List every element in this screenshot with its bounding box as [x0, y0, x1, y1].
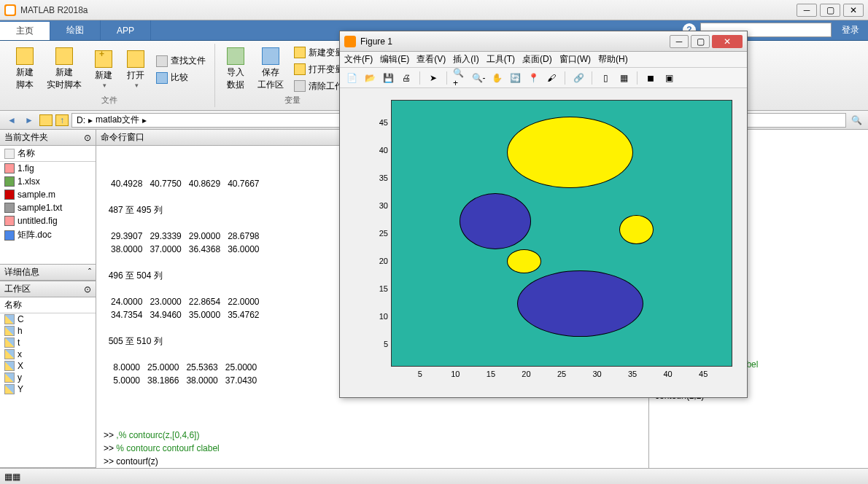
workspace-var[interactable]: t	[0, 337, 96, 348]
brush-icon[interactable]: 🖌	[544, 71, 559, 85]
var-name: Y	[18, 384, 23, 394]
figure-menu-item[interactable]: 插入(I)	[453, 53, 478, 66]
new-button[interactable]: +新建	[89, 47, 118, 92]
save-figure-icon[interactable]: 💾	[381, 71, 395, 85]
print-icon[interactable]: 🖨	[399, 71, 414, 85]
file-type-icon	[4, 203, 15, 213]
tab-app[interactable]: APP	[101, 20, 151, 40]
figure-menu-item[interactable]: 工具(T)	[487, 53, 515, 66]
open-var-icon	[294, 63, 306, 75]
ws-name-column[interactable]: 名称	[4, 300, 22, 310]
clear-ws-icon	[294, 80, 306, 92]
status-ready-icon: ▦▦	[4, 472, 20, 482]
data-cursor-icon[interactable]: 📍	[526, 71, 540, 85]
save-workspace-button[interactable]: 保存 工作区	[253, 44, 288, 94]
new-script-button[interactable]: 新建 脚本	[10, 44, 39, 94]
figure-close-button[interactable]: ✕	[712, 35, 743, 48]
new-live-script-button[interactable]: 新建 实时脚本	[42, 44, 86, 94]
panel-collapse-icon[interactable]: ⊙	[84, 284, 91, 294]
var-name: h	[18, 326, 23, 336]
new-live-icon	[55, 47, 73, 65]
zoom-in-icon[interactable]: 🔍+	[453, 71, 468, 85]
compare-button[interactable]: 比较	[153, 70, 209, 85]
var-name: y	[18, 372, 22, 383]
open-figure-icon[interactable]: 📂	[363, 71, 377, 85]
y-tick-label: 20	[379, 257, 388, 265]
y-tick-label: 30	[379, 201, 388, 210]
show-tools-icon[interactable]: ▣	[662, 71, 676, 85]
x-tick-label: 40	[664, 370, 673, 378]
tab-plot[interactable]: 绘图	[50, 20, 101, 40]
panel-expand-icon[interactable]: ˆ	[88, 268, 91, 278]
hide-tools-icon[interactable]: ◼	[643, 71, 658, 85]
figure-menu-item[interactable]: 桌面(D)	[522, 53, 552, 66]
new-var-icon	[294, 47, 306, 58]
panel-collapse-icon[interactable]: ⊙	[84, 133, 91, 143]
x-tick-label: 20	[522, 370, 530, 378]
pointer-icon[interactable]: ➤	[426, 71, 441, 85]
tab-home[interactable]: 主页	[0, 20, 50, 40]
workspace-var[interactable]: h	[0, 325, 96, 337]
file-item[interactable]: 矩阵.doc	[0, 227, 96, 243]
figure-menu-item[interactable]: 窗口(W)	[559, 53, 591, 66]
login-link[interactable]: 登录	[836, 24, 865, 36]
var-icon	[4, 314, 15, 324]
workspace-var[interactable]: Y	[0, 383, 96, 395]
save-ws-icon	[262, 47, 279, 65]
current-folder-header[interactable]: 当前文件夹 ⊙	[0, 130, 96, 146]
var-icon	[4, 337, 15, 348]
var-name: t	[18, 337, 20, 348]
x-tick-label: 25	[557, 370, 566, 378]
figure-toolbar: 📄 📂 💾 🖨 ➤ 🔍+ 🔍- ✋ 🔄 📍 🖌 🔗 ▯ ▦ ◼ ▣	[340, 68, 747, 88]
y-tick-label: 45	[379, 118, 388, 127]
workspace-var[interactable]: C	[0, 313, 96, 325]
folder-nav-icon[interactable]	[39, 114, 53, 126]
rotate-icon[interactable]: 🔄	[508, 71, 522, 85]
workspace-var[interactable]: x	[0, 348, 96, 360]
figure-menu-item[interactable]: 编辑(E)	[380, 53, 409, 66]
figure-maximize-button[interactable]: ▢	[691, 35, 710, 48]
workspace-var[interactable]: X	[0, 360, 96, 372]
maximize-button[interactable]: ▢	[820, 4, 840, 17]
import-data-button[interactable]: 导入 数据	[221, 44, 250, 94]
legend-icon[interactable]: ▦	[616, 71, 631, 85]
app-title: MATLAB R2018a	[20, 5, 797, 15]
file-item[interactable]: 1.xlsx	[0, 175, 96, 188]
path-drive: D:	[77, 115, 85, 125]
var-name: X	[18, 361, 23, 371]
file-item[interactable]: untitled.fig	[0, 214, 96, 227]
find-files-button[interactable]: 查找文件	[153, 53, 209, 69]
figure-canvas: 5101520253035404551015202530354045	[340, 88, 747, 397]
name-column[interactable]: 名称	[18, 147, 35, 160]
pan-icon[interactable]: ✋	[489, 71, 504, 85]
up-button[interactable]: ↑	[55, 114, 69, 126]
y-tick-label: 10	[379, 312, 388, 321]
figure-menu-item[interactable]: 查看(V)	[416, 53, 446, 66]
file-item[interactable]: sample1.txt	[0, 201, 96, 214]
figure-window[interactable]: Figure 1 ─ ▢ ✕ 文件(F)编辑(E)查看(V)插入(I)工具(T)…	[339, 31, 748, 398]
minimize-button[interactable]: ─	[797, 4, 817, 17]
new-script-icon	[16, 47, 34, 65]
file-name: sample.m	[18, 190, 55, 200]
file-name: untitled.fig	[18, 216, 58, 226]
back-button[interactable]: ◄	[4, 113, 19, 128]
details-header[interactable]: 详细信息 ˆ	[0, 265, 96, 281]
file-item[interactable]: sample.m	[0, 188, 96, 201]
link-icon[interactable]: 🔗	[571, 71, 586, 85]
colorbar-icon[interactable]: ▯	[598, 71, 613, 85]
file-item[interactable]: 1.fig	[0, 162, 96, 175]
figure-menu-item[interactable]: 帮助(H)	[598, 53, 628, 66]
figure-minimize-button[interactable]: ─	[670, 35, 689, 48]
figure-menubar: 文件(F)编辑(E)查看(V)插入(I)工具(T)桌面(D)窗口(W)帮助(H)	[340, 52, 747, 68]
close-button[interactable]: ✕	[843, 4, 864, 17]
workspace-header[interactable]: 工作区 ⊙	[0, 281, 96, 297]
y-tick-label: 35	[379, 173, 388, 182]
workspace-var[interactable]: y	[0, 372, 96, 383]
forward-button[interactable]: ►	[22, 113, 36, 128]
zoom-out-icon[interactable]: 🔍-	[471, 71, 486, 85]
figure-titlebar[interactable]: Figure 1 ─ ▢ ✕	[340, 31, 747, 52]
new-figure-icon[interactable]: 📄	[344, 71, 359, 85]
figure-menu-item[interactable]: 文件(F)	[344, 53, 373, 66]
path-search-button[interactable]: 🔍	[849, 113, 864, 128]
open-button[interactable]: 打开	[121, 47, 150, 92]
